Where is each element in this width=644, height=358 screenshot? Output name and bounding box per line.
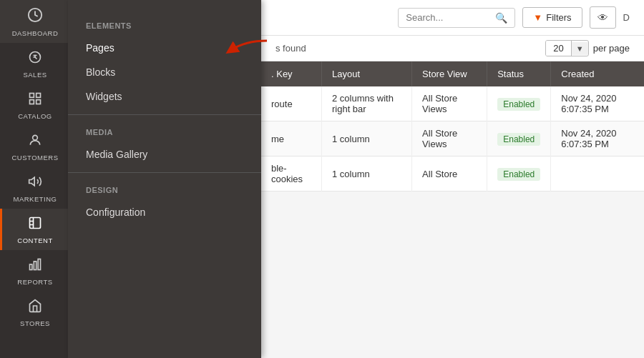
flyout-section-elements: Elements bbox=[68, 14, 261, 36]
cell-created-1: Nov 24, 2020 6:07:35 PM bbox=[551, 121, 644, 156]
sidebar-item-marketing-label: MARKETING bbox=[14, 195, 57, 203]
columns-visibility-button[interactable]: 👁 bbox=[590, 6, 616, 29]
svg-rect-10 bbox=[34, 262, 36, 270]
funnel-icon: ▼ bbox=[533, 12, 542, 23]
cell-created-0: Nov 24, 2020 6:07:35 PM bbox=[551, 86, 644, 121]
table-row: me 1 column All Store Views Enabled Nov … bbox=[261, 121, 644, 156]
search-bar[interactable]: 🔍 bbox=[398, 8, 515, 28]
sidebar-item-stores-label: STORES bbox=[20, 319, 50, 327]
flyout-item-media-gallery[interactable]: Media Gallery bbox=[68, 142, 261, 166]
svg-rect-4 bbox=[30, 100, 34, 104]
flyout-item-widgets[interactable]: Widgets bbox=[68, 84, 261, 109]
filters-button[interactable]: ▼ Filters bbox=[522, 7, 582, 28]
main-content: 🔍 ▼ Filters 👁 D s found 20 ▼ per page . … bbox=[261, 0, 644, 358]
sidebar-item-reports-label: REPORTS bbox=[17, 278, 52, 286]
table-header-row: . Key Layout Store View Status Created bbox=[261, 61, 644, 86]
sidebar-item-reports[interactable]: REPORTS bbox=[0, 250, 68, 292]
cell-key-1: me bbox=[261, 121, 321, 156]
cell-created-2 bbox=[551, 156, 644, 192]
customers-icon bbox=[28, 133, 42, 151]
per-page-value: 20 bbox=[546, 41, 571, 56]
cell-status-0: Enabled bbox=[487, 86, 551, 121]
toolbar-strip: s found 20 ▼ per page bbox=[261, 36, 644, 61]
cell-status-1: Enabled bbox=[487, 121, 551, 156]
eye-icon: 👁 bbox=[597, 11, 608, 24]
catalog-icon bbox=[28, 91, 42, 109]
pages-table: . Key Layout Store View Status Created r… bbox=[261, 61, 644, 192]
per-page-area: 20 ▼ per page bbox=[545, 40, 630, 56]
sidebar-item-dashboard-label: DASHBOARD bbox=[12, 29, 59, 37]
content-header: 🔍 ▼ Filters 👁 D bbox=[261, 0, 644, 36]
svg-rect-3 bbox=[36, 94, 41, 98]
columns-label: D bbox=[623, 12, 630, 23]
flyout-menu: Elements Pages Blocks Widgets Media Medi… bbox=[68, 0, 261, 358]
reports-icon bbox=[28, 257, 42, 275]
sidebar-item-sales-label: SALES bbox=[23, 71, 47, 79]
cell-key-2: ble-cookies bbox=[261, 156, 321, 192]
sidebar-item-catalog[interactable]: CATALOG bbox=[0, 84, 68, 126]
svg-rect-5 bbox=[36, 100, 41, 104]
sidebar-item-content-label: CONTENT bbox=[17, 237, 52, 244]
sidebar-item-content[interactable]: CONTENT bbox=[0, 209, 68, 250]
sidebar: DASHBOARD SALES CATALOG CUSTOMERS bbox=[0, 0, 68, 358]
col-header-store-view[interactable]: Store View bbox=[412, 61, 487, 86]
col-header-layout[interactable]: Layout bbox=[321, 61, 411, 86]
dashboard-icon bbox=[27, 7, 43, 26]
filters-label: Filters bbox=[546, 12, 571, 23]
per-page-label: per page bbox=[593, 43, 630, 54]
col-header-key[interactable]: . Key bbox=[261, 61, 321, 86]
sidebar-item-stores[interactable]: STORES bbox=[0, 292, 68, 333]
sidebar-item-catalog-label: CATALOG bbox=[18, 112, 52, 120]
svg-marker-7 bbox=[29, 177, 35, 186]
cell-store-view-2: All Store bbox=[412, 156, 487, 192]
sidebar-item-customers-label: CUSTOMERS bbox=[11, 154, 58, 161]
flyout-section-media: Media bbox=[68, 121, 261, 142]
cell-status-2: Enabled bbox=[487, 156, 551, 192]
flyout-item-pages[interactable]: Pages bbox=[68, 36, 261, 60]
sidebar-item-sales[interactable]: SALES bbox=[0, 43, 68, 84]
cell-layout-2: 1 column bbox=[321, 156, 411, 192]
content-icon bbox=[28, 216, 42, 234]
per-page-select[interactable]: 20 ▼ bbox=[545, 40, 588, 56]
sidebar-item-customers[interactable]: CUSTOMERS bbox=[0, 126, 68, 167]
section-divider-2 bbox=[68, 172, 261, 173]
status-badge-0: Enabled bbox=[497, 98, 540, 111]
cell-key-0: route bbox=[261, 86, 321, 121]
svg-rect-8 bbox=[30, 218, 41, 229]
svg-rect-11 bbox=[38, 259, 40, 270]
cell-store-view-0: All Store Views bbox=[412, 86, 487, 121]
per-page-dropdown-arrow[interactable]: ▼ bbox=[572, 42, 588, 55]
svg-point-6 bbox=[33, 135, 38, 140]
col-header-created[interactable]: Created bbox=[551, 61, 644, 86]
flyout-section-design: Design bbox=[68, 179, 261, 200]
cell-store-view-1: All Store Views bbox=[412, 121, 487, 156]
search-icon[interactable]: 🔍 bbox=[495, 12, 507, 24]
svg-rect-2 bbox=[30, 94, 34, 98]
records-found: s found bbox=[275, 43, 306, 54]
cell-layout-1: 1 column bbox=[321, 121, 411, 156]
status-badge-2: Enabled bbox=[497, 168, 540, 181]
svg-rect-9 bbox=[30, 264, 32, 270]
stores-icon bbox=[28, 299, 42, 317]
sales-icon bbox=[28, 50, 42, 68]
table-row: route 2 columns with right bar All Store… bbox=[261, 86, 644, 121]
section-divider-1 bbox=[68, 114, 261, 115]
col-header-status[interactable]: Status bbox=[487, 61, 551, 86]
marketing-icon bbox=[28, 174, 42, 192]
status-badge-1: Enabled bbox=[497, 133, 540, 146]
table-row: ble-cookies 1 column All Store Enabled bbox=[261, 156, 644, 192]
cell-layout-0: 2 columns with right bar bbox=[321, 86, 411, 121]
flyout-item-configuration[interactable]: Configuration bbox=[68, 200, 261, 224]
sidebar-item-marketing[interactable]: MARKETING bbox=[0, 167, 68, 209]
search-input[interactable] bbox=[406, 12, 492, 23]
flyout-item-blocks[interactable]: Blocks bbox=[68, 60, 261, 84]
sidebar-item-dashboard[interactable]: DASHBOARD bbox=[0, 0, 68, 43]
